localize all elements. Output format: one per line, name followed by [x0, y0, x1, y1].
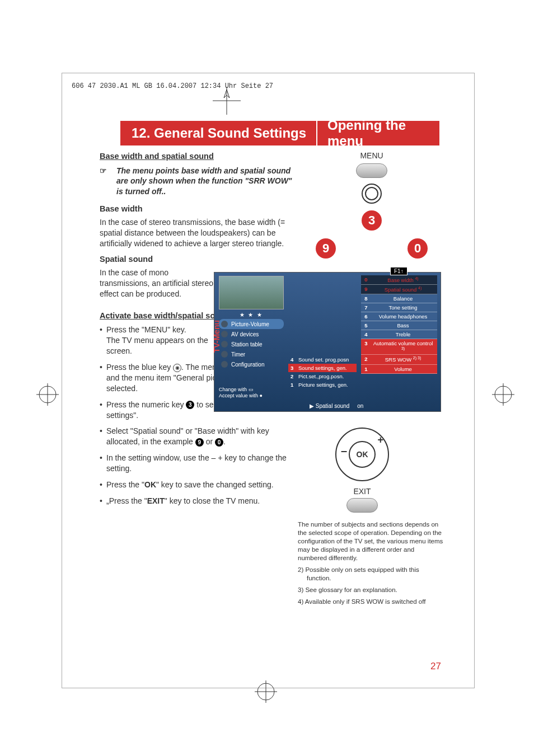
ok-ring: – + OK: [335, 428, 389, 481]
tv-col3-item: 3Automatic volume control 3): [361, 339, 437, 355]
tv-menu-screenshot: TV-Menu ★ ★ ★ Picture-VolumeAV devicesSt…: [214, 272, 441, 412]
tv-col2-item: 4Sound set. prog.posn: [288, 355, 357, 364]
tv-col1-item: Station table: [219, 339, 284, 349]
step-5: In the setting window, use the – + key t…: [100, 453, 296, 474]
bullet-icon: [221, 331, 228, 337]
plus-icon: +: [377, 434, 383, 446]
bullet-icon: [221, 341, 228, 348]
remote-diagram: MENU 3 9 0: [305, 151, 439, 259]
tv-col3-item: 5Bass: [361, 321, 437, 330]
tv-col3-item: 9Spatial sound 4): [361, 285, 437, 294]
menu-button-icon: [356, 163, 387, 178]
note-block: ☞ The menu points base width and spatial…: [100, 166, 296, 198]
footnote-2: 2) Possible only on sets equipped with t…: [298, 566, 443, 583]
registration-mark-top: [213, 87, 241, 115]
tv-col3-item: 7Tone setting: [361, 303, 437, 312]
para-spatial: In the case of mono transmissions, an ar…: [100, 267, 217, 299]
title-bar: 12. General Sound Settings Opening the m…: [120, 121, 439, 145]
para-base-width: In the case of stereo transmissions, the…: [100, 217, 296, 249]
section-title: Opening the menu: [327, 118, 439, 149]
registration-mark-left: [34, 381, 62, 408]
step-1: Press the "MENU" key. The TV menu appear…: [100, 325, 217, 356]
tv-spatial-status: ▶ Spatial sound on: [310, 403, 363, 409]
heading-base-spatial: Base width and spatial sound: [100, 151, 296, 162]
tv-col3-item: 8Balance: [361, 294, 437, 303]
tv-col2-item: 2Pict.set.,prog.posn.: [288, 372, 357, 381]
tv-col2-item: 3Sound settings, gen.: [288, 364, 357, 372]
footnote-4: 4) Available only if SRS WOW is switched…: [298, 598, 443, 606]
key-0-badge: 0: [215, 438, 223, 447]
exit-label: EXIT: [326, 487, 399, 496]
exit-button-icon: [346, 498, 378, 513]
title-separator: [316, 121, 317, 145]
step-7: „Press the "EXIT" key to close the TV me…: [100, 496, 296, 506]
tv-menu-col1: ★ ★ ★ Picture-VolumeAV devicesStation ta…: [219, 276, 284, 369]
chapter-title: 12. General Sound Settings: [120, 125, 306, 141]
tv-col1-item: AV devices: [219, 329, 284, 339]
menu-label: MENU: [305, 151, 439, 160]
key-9-badge: 9: [195, 438, 204, 447]
tv-col3-item: 4Treble: [361, 330, 437, 339]
tv-col3-item: 1Volume: [361, 365, 437, 374]
subhead-spatial: Spatial sound: [100, 254, 296, 265]
tv-menu-col3: F1↑ 0Base width 4)9Spatial sound 4)8Bala…: [361, 267, 437, 374]
pointing-hand-icon: ☞: [100, 166, 107, 176]
footnote-main: The number of subjects and sections depe…: [298, 520, 443, 562]
ok-remote-diagram: – + OK EXIT: [326, 428, 399, 518]
tv-col3-item: 6Volume headphones: [361, 312, 437, 321]
note-text: The menu points base width and spatial s…: [116, 166, 292, 196]
registration-mark-right: [489, 381, 517, 408]
big-key-9: 9: [316, 238, 336, 259]
f1-tab: F1↑: [390, 267, 407, 275]
key-3-badge: 3: [186, 401, 194, 409]
ok-button: OK: [349, 441, 376, 468]
minus-icon: –: [341, 444, 347, 457]
footnote-3: 3) See glossary for an explanation.: [298, 586, 443, 594]
big-key-3: 3: [362, 210, 382, 231]
tv-col1-item: Picture-Volume: [219, 319, 284, 329]
ring-button-icon: [362, 184, 382, 204]
play-arrow-icon: ▶: [310, 403, 314, 409]
bullet-icon: [221, 361, 228, 368]
page-number: 27: [430, 661, 441, 672]
tv-stars: ★ ★ ★: [219, 312, 284, 318]
footnotes: The number of subjects and sections depe…: [298, 520, 443, 609]
registration-mark-bottom: [252, 678, 280, 706]
subhead-base-width: Base width: [100, 204, 296, 215]
tv-preview-image: [219, 276, 284, 309]
print-header: 606 47 2030.A1 ML GB 16.04.2007 12:34 Uh…: [72, 82, 273, 90]
bullet-icon: [221, 321, 228, 327]
big-key-0: 0: [407, 238, 428, 259]
tv-col2-item: 1Picture settings, gen.: [288, 381, 357, 389]
tv-col3-item: 0Base width 4): [361, 275, 437, 285]
tv-col3-item: 2SRS WOW 2) 3): [361, 355, 437, 364]
tv-col1-item: Timer: [219, 349, 284, 359]
step-4: Select "Spatial sound" or "Base width" w…: [100, 426, 296, 447]
tv-menu-col2: 4Sound set. prog.posn3Sound settings, ge…: [288, 355, 357, 389]
blue-key-icon: ◉: [173, 364, 181, 372]
tv-col1-item: Configuration: [219, 359, 284, 369]
tv-footer: Change with ▭ Accept value with ●: [219, 387, 263, 399]
step-6: Press the "OK" key to save the changed s…: [100, 480, 296, 490]
bullet-icon: [221, 351, 228, 358]
